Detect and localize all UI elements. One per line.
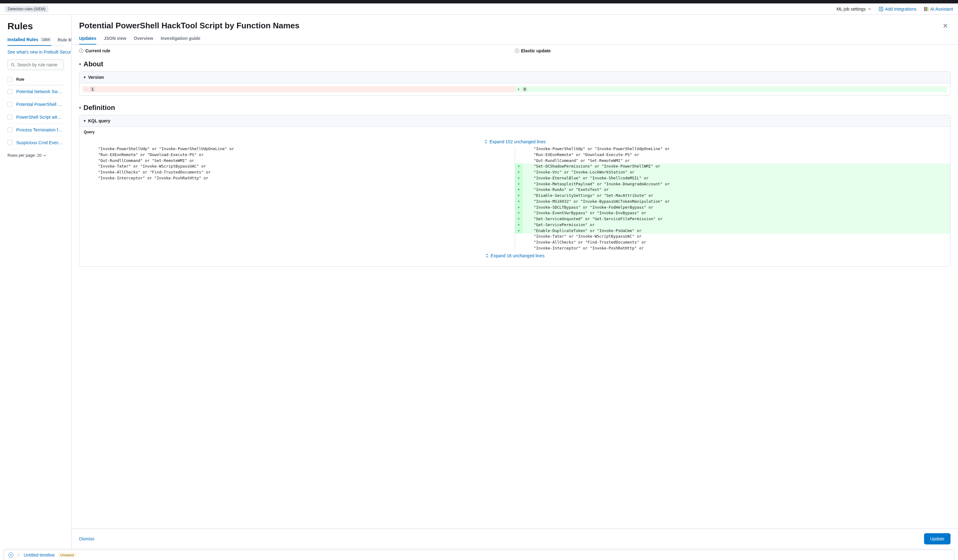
header-actions: ML job settings Add integrations AI Assi… bbox=[836, 6, 953, 11]
rows-per-page-label: Rows per page: 20 bbox=[8, 153, 41, 158]
gutter bbox=[515, 146, 523, 152]
diff-minus-gutter: - bbox=[82, 87, 90, 92]
code-content: "Out-RundllCommand" or "Set-RemoteWMI" o… bbox=[87, 158, 194, 164]
ml-job-settings[interactable]: ML job settings bbox=[836, 6, 871, 11]
gutter: + bbox=[515, 216, 523, 222]
version-new-value: 9 bbox=[522, 87, 527, 92]
dismiss-button[interactable]: Dismiss bbox=[79, 536, 94, 541]
code-content: "Invoke-MS16032" or "Invoke-BypassUACTok… bbox=[523, 199, 670, 205]
search-icon bbox=[11, 63, 15, 67]
version-header[interactable]: ▾ Version bbox=[79, 71, 950, 83]
gutter bbox=[79, 158, 87, 164]
gutter: + bbox=[515, 187, 523, 193]
code-left-column: "Invoke-PowerShellUdp" or "Invoke-PowerS… bbox=[79, 146, 515, 251]
code-line: "Invoke-Tater" or "Invoke-WScriptBypassU… bbox=[79, 163, 515, 170]
rule-checkbox[interactable] bbox=[8, 102, 13, 107]
ai-assistant-icon bbox=[924, 7, 928, 11]
version-diff: - 1 + 9 bbox=[82, 86, 947, 92]
info-icon[interactable]: i bbox=[515, 49, 519, 53]
gutter bbox=[515, 246, 523, 251]
flyout-header: Potential PowerShell HackTool Script by … bbox=[71, 15, 958, 31]
elastic-update-header: i Elastic update bbox=[515, 48, 950, 53]
rule-row: Potential Network Sweep Detected bbox=[8, 85, 64, 98]
page-title: Rules bbox=[8, 21, 64, 32]
tab-installed-rules[interactable]: Installed Rules 1064 bbox=[8, 37, 51, 46]
code-line: "Invoke-PowerShellUdp" or "Invoke-PowerS… bbox=[515, 146, 950, 152]
code-line: "Invoke-Interceptor" or "Invoke-PoshRatH… bbox=[79, 175, 515, 181]
gutter bbox=[79, 146, 87, 152]
ai-assistant-link[interactable]: AI Assistant bbox=[924, 6, 953, 11]
tab-overview[interactable]: Overview bbox=[134, 36, 153, 44]
gutter: + bbox=[515, 210, 523, 216]
info-icon[interactable]: i bbox=[79, 49, 84, 53]
rule-row: Process Termination followed by Deletion bbox=[8, 124, 64, 136]
chevron-down-icon: ▾ bbox=[84, 75, 86, 79]
rule-link[interactable]: Process Termination followed by Deletion bbox=[16, 127, 64, 132]
breadcrumb[interactable]: Detection rules (SIEM) bbox=[5, 6, 48, 12]
rule-checkbox[interactable] bbox=[8, 127, 13, 132]
version-body: - 1 + 9 bbox=[79, 83, 950, 95]
gutter bbox=[79, 170, 87, 175]
version-label: Version bbox=[88, 75, 104, 80]
add-integrations-link[interactable]: Add integrations bbox=[879, 6, 917, 11]
rows-per-page-selector[interactable]: Rows per page: 20 bbox=[8, 153, 64, 158]
definition-section-header[interactable]: ▾ Definition bbox=[79, 101, 950, 115]
code-content: "Disable-SecuritySettings" or "Set-MacAt… bbox=[523, 193, 653, 199]
tab-rule-monitoring[interactable]: Rule Monitoring bbox=[58, 37, 71, 46]
code-line-added: +"Invoke-EventVwrBypass" or "Invoke-EnvB… bbox=[515, 210, 950, 216]
chevron-down-icon bbox=[868, 7, 871, 11]
code-line-added: +"Enable-DuplicateToken" or "Invoke-PsUa… bbox=[515, 228, 950, 234]
code-content: "Invoke-Vnc" or "Invoke-LockWorkStation"… bbox=[523, 170, 635, 175]
whats-new-link[interactable]: See what's new in Prebuilt Security Dete… bbox=[8, 49, 64, 54]
code-line: "Invoke-PowerShellUdp" or "Invoke-PowerS… bbox=[79, 146, 515, 152]
code-line: "Run-EXEonRemote" or "Download-Execute-P… bbox=[515, 152, 950, 158]
code-line: "Invoke-AllChecks" or "Find-TrustedDocum… bbox=[515, 240, 950, 246]
expand-bottom-link[interactable]: Expand 16 unchanged lines bbox=[79, 251, 950, 260]
code-content: "Invoke-AllChecks" or "Find-TrustedDocum… bbox=[87, 170, 211, 175]
rule-link[interactable]: PowerShell Script with Token Impersonati… bbox=[16, 114, 64, 120]
rule-checkbox[interactable] bbox=[8, 140, 13, 145]
code-content: "Invoke-PowerShellUdp" or "Invoke-PowerS… bbox=[523, 146, 670, 152]
tab-investigation-guide[interactable]: Investigation guide bbox=[161, 36, 201, 44]
header-bar: Detection rules (SIEM) ML job settings A… bbox=[0, 3, 958, 15]
about-section-header[interactable]: ▾ About bbox=[79, 57, 950, 71]
search-input[interactable] bbox=[17, 62, 60, 67]
gutter bbox=[515, 158, 523, 164]
ai-assistant-label: AI Assistant bbox=[930, 6, 953, 11]
code-line-added: +"Get-ServiceUnquoted" or "Get-ServiceFi… bbox=[515, 216, 950, 222]
code-content: "Invoke-Interceptor" or "Invoke-PoshRatH… bbox=[87, 175, 208, 181]
code-content: "Run-EXEonRemote" or "Download-Execute-P… bbox=[523, 152, 639, 158]
kql-header[interactable]: ▾ KQL query bbox=[79, 115, 950, 127]
code-line-added: +"Invoke-MetasploitPayload" or "Invoke-D… bbox=[515, 181, 950, 187]
chevron-down-icon: ▾ bbox=[79, 62, 81, 66]
tab-monitoring-label: Rule Monitoring bbox=[58, 37, 71, 42]
gutter bbox=[79, 152, 87, 158]
tab-json-view[interactable]: JSON view bbox=[104, 36, 126, 44]
diff-header-row: i Current rule i Elastic update bbox=[79, 44, 950, 57]
rule-link[interactable]: Suspicious Cmd Execution via WMI bbox=[16, 140, 64, 145]
main-layout: Rules Installed Rules 1064 Rule Monitori… bbox=[0, 15, 958, 549]
code-content: "Set-DCShadowPermissions" or "Invoke-Pow… bbox=[523, 163, 660, 170]
code-right-column: "Invoke-PowerShellUdp" or "Invoke-PowerS… bbox=[515, 146, 950, 251]
search-box[interactable] bbox=[8, 59, 64, 70]
flyout-tabs: Updates JSON view Overview Investigation… bbox=[71, 31, 958, 44]
column-header-rule[interactable]: Rule bbox=[16, 77, 24, 82]
rule-checkbox[interactable] bbox=[8, 114, 13, 120]
rule-link[interactable]: Potential Network Sweep Detected bbox=[16, 89, 64, 94]
rule-link[interactable]: Potential PowerShell HackTool Script by … bbox=[16, 102, 64, 107]
expand-top-link[interactable]: Expand 152 unchanged lines bbox=[79, 137, 950, 146]
update-button[interactable]: Update bbox=[924, 533, 950, 544]
select-all-checkbox[interactable] bbox=[8, 77, 13, 82]
chevron-down-icon: ▾ bbox=[79, 106, 81, 110]
code-content: "Invoke-SDCLTBypass" or "Invoke-FodHelpe… bbox=[523, 205, 653, 211]
current-rule-header: i Current rule bbox=[79, 48, 515, 53]
definition-section-title: Definition bbox=[84, 104, 115, 112]
close-button[interactable]: ✕ bbox=[940, 21, 950, 31]
tab-updates[interactable]: Updates bbox=[79, 36, 96, 44]
gutter bbox=[515, 152, 523, 158]
code-content: "Enable-DuplicateToken" or "Invoke-PsUaC… bbox=[523, 228, 642, 234]
rule-row: Suspicious Cmd Execution via WMI bbox=[8, 136, 64, 149]
rule-checkbox[interactable] bbox=[8, 89, 13, 94]
gutter: + bbox=[515, 222, 523, 228]
code-content: "Invoke-EventVwrBypass" or "Invoke-EnvBy… bbox=[523, 210, 646, 216]
